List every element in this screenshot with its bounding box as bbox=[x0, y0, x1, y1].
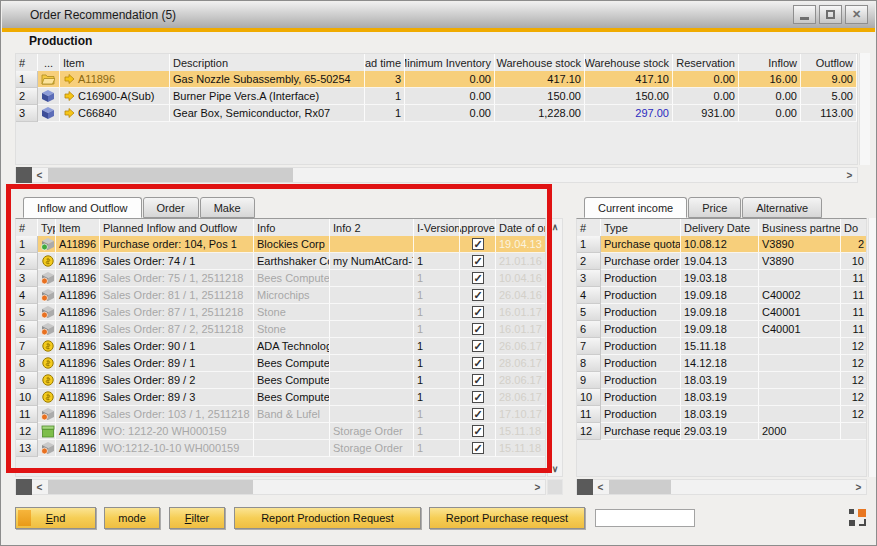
cell-num[interactable]: 5 bbox=[577, 304, 601, 321]
cell-type-icon[interactable] bbox=[38, 372, 56, 389]
cell-type-icon[interactable] bbox=[38, 440, 56, 457]
cell-i-version[interactable]: 1 bbox=[414, 389, 460, 406]
cell-date-of-order[interactable]: 28.06.17 bbox=[496, 372, 546, 389]
link-arrow-icon[interactable] bbox=[63, 107, 75, 119]
cell-num[interactable]: 6 bbox=[577, 321, 601, 338]
tab-order[interactable]: Order bbox=[143, 197, 199, 218]
cell-warehouse-stock-2[interactable]: 150.00 bbox=[585, 88, 673, 105]
mode-button[interactable]: mode bbox=[104, 507, 160, 529]
table-row[interactable]: 5A11896Sales Order: 87 / 1, 2511218Stone… bbox=[16, 304, 545, 321]
scroll-right-button[interactable]: > bbox=[842, 167, 857, 183]
cell-num[interactable]: 9 bbox=[16, 372, 38, 389]
link-arrow-icon[interactable] bbox=[63, 90, 75, 102]
cell-info-2[interactable] bbox=[330, 338, 414, 355]
cell-business-partner[interactable]: C40001 bbox=[759, 304, 841, 321]
cell-approved[interactable] bbox=[460, 304, 496, 321]
cell-item[interactable]: A11896 bbox=[56, 253, 100, 270]
cell-planned-inflow-and-outflow[interactable]: Purchase order: 104, Pos 1 bbox=[100, 236, 254, 253]
cell-type-icon[interactable] bbox=[38, 253, 56, 270]
scrollbar-thumb[interactable] bbox=[48, 480, 253, 494]
cell-document[interactable] bbox=[841, 423, 867, 440]
cell-type-icon[interactable] bbox=[38, 406, 56, 423]
scrollbar-split-box[interactable] bbox=[16, 479, 32, 495]
end-button[interactable]: End bbox=[15, 507, 96, 529]
cell-approved[interactable] bbox=[460, 423, 496, 440]
scrollbar-split-box[interactable] bbox=[16, 167, 32, 183]
cell-info-2[interactable]: my NumAtCard-74 bbox=[330, 253, 414, 270]
cell-planned-inflow-and-outflow[interactable]: Sales Order: 87 / 2, 2511218 bbox=[100, 321, 254, 338]
column-header-warehouse-stock-1[interactable]: Warehouse stock bbox=[495, 54, 585, 71]
column-header-lead-time[interactable]: Lead time bbox=[365, 54, 405, 71]
table-row[interactable]: 2C16900-A(Sub)Burner Pipe Vers.A (Interf… bbox=[16, 88, 857, 105]
cell-type-icon[interactable] bbox=[38, 338, 56, 355]
cell-item[interactable]: C16900-A(Sub) bbox=[60, 88, 170, 105]
cell-document[interactable]: 12 bbox=[841, 389, 867, 406]
cell-num[interactable]: 10 bbox=[16, 389, 38, 406]
cell-info[interactable]: Bees Computers bbox=[254, 372, 330, 389]
cell-info[interactable] bbox=[254, 440, 330, 457]
cell-warehouse-stock-1[interactable]: 417.10 bbox=[495, 71, 585, 88]
cell-delivery-date[interactable]: 14.12.18 bbox=[681, 355, 759, 372]
column-header-num[interactable]: # bbox=[16, 219, 38, 236]
cell-i-version[interactable]: 1 bbox=[414, 321, 460, 338]
table-row[interactable]: 3C66840Gear Box, Semiconductor, Rx0710.0… bbox=[16, 105, 857, 122]
cell-document[interactable]: 11 bbox=[841, 304, 867, 321]
table-row[interactable]: 6A11896Sales Order: 87 / 2, 2511218Stone… bbox=[16, 321, 545, 338]
cell-type-icon[interactable] bbox=[38, 321, 56, 338]
cell-document[interactable]: 10 bbox=[841, 253, 867, 270]
cell-i-version[interactable]: 1 bbox=[414, 355, 460, 372]
cell-info-2[interactable] bbox=[330, 406, 414, 423]
cell-planned-inflow-and-outflow[interactable]: Sales Order: 90 / 1 bbox=[100, 338, 254, 355]
cell-date-of-order[interactable]: 16.01.17 bbox=[496, 321, 546, 338]
minimize-button[interactable] bbox=[793, 5, 816, 24]
cell-business-partner[interactable]: V3890 bbox=[759, 253, 841, 270]
cell-num[interactable]: 3 bbox=[16, 270, 38, 287]
cell-num[interactable]: 8 bbox=[577, 355, 601, 372]
production-hscrollbar[interactable]: < > bbox=[15, 167, 858, 183]
cell-num[interactable]: 11 bbox=[16, 406, 38, 423]
cell-date-of-order[interactable]: 21.01.16 bbox=[496, 253, 546, 270]
approved-checkbox[interactable] bbox=[472, 374, 484, 386]
cell-i-version[interactable]: 1 bbox=[414, 270, 460, 287]
cell-type-icon[interactable] bbox=[38, 270, 56, 287]
current-income-hscrollbar[interactable]: < > bbox=[576, 479, 867, 495]
cell-info-2[interactable]: Storage Order bbox=[330, 423, 414, 440]
footer-text-input[interactable] bbox=[595, 509, 695, 527]
inflow-outflow-hscrollbar[interactable]: < > bbox=[15, 479, 546, 495]
cell-num[interactable]: 7 bbox=[577, 338, 601, 355]
table-row[interactable]: 11Production18.03.1912 bbox=[577, 406, 866, 423]
cell-date-of-order[interactable]: 28.06.17 bbox=[496, 389, 546, 406]
cell-warehouse-stock-2[interactable]: 417.10 bbox=[585, 71, 673, 88]
scroll-left-button[interactable]: < bbox=[32, 479, 47, 495]
cell-i-version[interactable]: 1 bbox=[414, 338, 460, 355]
cell-item-icon[interactable] bbox=[38, 88, 60, 105]
column-header-item[interactable]: Item bbox=[56, 219, 100, 236]
cell-minimum-inventory[interactable]: 0.00 bbox=[405, 71, 495, 88]
column-header-item[interactable]: Item bbox=[60, 54, 170, 71]
column-header-minimum-inventory[interactable]: Minimum Inventory bbox=[405, 54, 495, 71]
cell-business-partner[interactable]: C40001 bbox=[759, 321, 841, 338]
titlebar[interactable]: Order Recommendation (5) ✕ bbox=[2, 2, 875, 28]
table-row[interactable]: 6Production19.09.18C4000111 bbox=[577, 321, 866, 338]
cell-info[interactable]: Earthshaker Cor bbox=[254, 253, 330, 270]
column-header-info-2[interactable]: Info 2 bbox=[330, 219, 414, 236]
cell-info-2[interactable] bbox=[330, 287, 414, 304]
cell-reservation[interactable]: 931.00 bbox=[673, 105, 739, 122]
cell-planned-inflow-and-outflow[interactable]: Sales Order: 89 / 3 bbox=[100, 389, 254, 406]
cell-date-of-order[interactable]: 10.04.16 bbox=[496, 270, 546, 287]
cell-info-2[interactable] bbox=[330, 304, 414, 321]
cell-info[interactable]: ADA Technologi bbox=[254, 338, 330, 355]
cell-info[interactable]: Microchips bbox=[254, 287, 330, 304]
cell-type[interactable]: Production bbox=[601, 287, 681, 304]
cell-type[interactable]: Production bbox=[601, 338, 681, 355]
column-header-item-icon[interactable]: ... bbox=[38, 54, 60, 71]
cell-document[interactable]: 11 bbox=[841, 270, 867, 287]
column-header-outflow[interactable]: Outflow bbox=[801, 54, 857, 71]
cell-inflow[interactable]: 0.00 bbox=[739, 105, 801, 122]
cell-planned-inflow-and-outflow[interactable]: Sales Order: 87 / 1, 2511218 bbox=[100, 304, 254, 321]
table-row[interactable]: 4Production19.09.18C4000211 bbox=[577, 287, 866, 304]
cell-info[interactable]: Band & Lufel bbox=[254, 406, 330, 423]
table-row[interactable]: 12A11896WO: 1212-20 WH000159Storage Orde… bbox=[16, 423, 545, 440]
cell-info-2[interactable] bbox=[330, 321, 414, 338]
cell-item[interactable]: A11896 bbox=[60, 71, 170, 88]
